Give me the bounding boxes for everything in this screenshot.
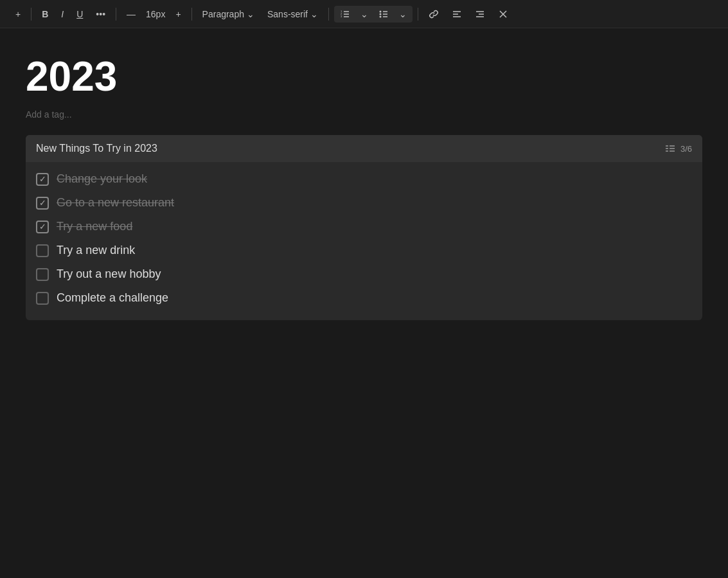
clear-format-icon — [498, 9, 508, 19]
bold-button[interactable]: B — [37, 6, 53, 22]
item-text: Go to a new restaurant — [57, 196, 174, 210]
divider-1 — [31, 8, 31, 21]
font-dropdown[interactable]: Sans-serif ⌄ — [262, 6, 323, 22]
checklist-header: New Things To Try in 2023 3/6 — [26, 135, 702, 162]
item-text: Complete a challenge — [57, 291, 168, 305]
align-left-button[interactable] — [447, 6, 467, 22]
checklist-progress: 3/6 — [680, 144, 692, 154]
ordered-list-button[interactable]: 1 2 3 — [335, 7, 355, 21]
checkbox[interactable] — [36, 173, 49, 186]
toolbar: + B I U ••• — 16px + Paragraph ⌄ Sans-se… — [0, 0, 728, 28]
svg-point-8 — [380, 15, 382, 17]
divider-5 — [418, 8, 418, 21]
add-button[interactable]: + — [10, 6, 26, 22]
checklist-icon — [665, 144, 675, 153]
divider-2 — [116, 8, 116, 21]
checklist-item[interactable]: Try a new drink — [36, 239, 692, 262]
unordered-list-icon — [378, 9, 389, 19]
checklist-item[interactable]: Change your look — [36, 167, 692, 191]
unordered-list-button[interactable] — [374, 7, 393, 21]
font-size-increase[interactable]: + — [170, 6, 186, 22]
item-text: Try out a new hobby — [57, 267, 161, 281]
font-size-control: — 16px + — [121, 6, 186, 22]
font-size-value: 16px — [142, 8, 169, 21]
checklist-item[interactable]: Complete a challenge — [36, 286, 692, 310]
checkbox[interactable] — [36, 292, 49, 305]
checklist-block: New Things To Try in 2023 3/6 Change you… — [26, 135, 702, 320]
checkbox[interactable] — [36, 244, 49, 257]
ordered-list-dropdown[interactable]: ⌄ — [356, 7, 373, 21]
checkbox[interactable] — [36, 268, 49, 281]
svg-point-7 — [380, 13, 382, 15]
checklist-item[interactable]: Try a new food — [36, 215, 692, 239]
divider-4 — [328, 8, 329, 21]
list-type-group: 1 2 3 ⌄ ⌄ — [334, 6, 413, 23]
link-icon — [429, 9, 439, 19]
svg-text:3: 3 — [341, 15, 342, 18]
checkbox[interactable] — [36, 221, 49, 233]
item-text: Try a new food — [57, 220, 132, 233]
unordered-list-dropdown[interactable]: ⌄ — [395, 7, 411, 21]
more-button[interactable]: ••• — [91, 6, 111, 22]
ordered-list-icon: 1 2 3 — [340, 9, 350, 19]
paragraph-dropdown[interactable]: Paragraph ⌄ — [197, 6, 260, 22]
checklist-item[interactable]: Go to a new restaurant — [36, 191, 692, 215]
item-text: Change your look — [57, 172, 147, 186]
page-title: 2023 — [26, 54, 702, 99]
svg-point-6 — [380, 10, 382, 12]
checklist-items: Change your lookGo to a new restaurantTr… — [26, 162, 702, 320]
checklist-item[interactable]: Try out a new hobby — [36, 262, 692, 286]
main-content: 2023 Add a tag... New Things To Try in 2… — [0, 28, 728, 333]
align-left-icon — [452, 9, 462, 19]
italic-button[interactable]: I — [56, 6, 69, 22]
item-text: Try a new drink — [57, 244, 135, 257]
underline-button[interactable]: U — [71, 6, 88, 22]
tag-placeholder[interactable]: Add a tag... — [26, 109, 702, 120]
checklist-title: New Things To Try in 2023 — [36, 143, 157, 154]
font-size-decrease[interactable]: — — [121, 6, 141, 22]
clear-format-button[interactable] — [493, 6, 513, 22]
align-right-button[interactable] — [470, 6, 490, 22]
checklist-meta: 3/6 — [665, 144, 692, 154]
link-button[interactable] — [423, 6, 444, 22]
align-right-icon — [475, 9, 485, 19]
divider-3 — [191, 8, 192, 21]
checkbox[interactable] — [36, 197, 49, 210]
